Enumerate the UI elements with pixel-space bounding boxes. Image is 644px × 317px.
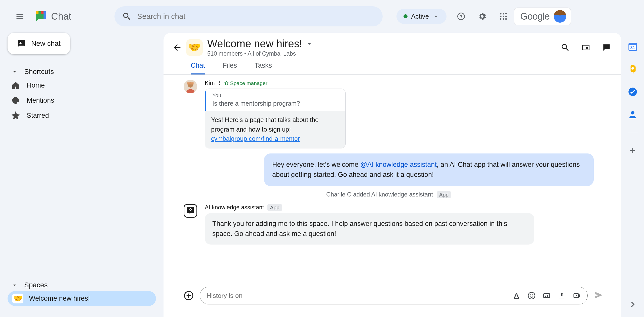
chevron-down-icon (306, 40, 313, 48)
caret-down-icon (12, 69, 18, 75)
mention-ai[interactable]: @AI knowledge assistant (360, 161, 437, 168)
hamburger-icon (15, 12, 24, 21)
tab-chat[interactable]: Chat (191, 62, 205, 74)
svg-point-5 (505, 16, 507, 17)
shortcuts-header[interactable]: Shortcuts (8, 66, 156, 78)
format-icon[interactable] (512, 292, 520, 300)
message-self: Hey everyone, let's welcome @AI knowledg… (264, 153, 594, 186)
keep-icon[interactable] (628, 64, 638, 74)
apps-icon[interactable] (499, 12, 508, 21)
send-icon (594, 290, 604, 300)
composer: GIF (164, 279, 621, 317)
contacts-icon[interactable] (628, 109, 638, 120)
emoji-icon[interactable] (528, 292, 536, 300)
svg-rect-21 (629, 43, 636, 45)
chat-logo-icon (33, 9, 49, 24)
new-chat-label: New chat (31, 39, 61, 48)
spaces-label: Spaces (24, 281, 48, 289)
svg-point-3 (500, 16, 502, 17)
svg-text:31: 31 (630, 45, 635, 50)
chevron-down-icon (432, 13, 439, 20)
side-panel: 31 + (621, 36, 644, 317)
sender-name: Kim R (205, 80, 221, 87)
tasks-icon[interactable] (628, 87, 638, 97)
meet-icon[interactable] (573, 292, 581, 300)
thread-icon[interactable] (602, 43, 611, 52)
send-button[interactable] (594, 290, 604, 301)
room-tabs: Chat Files Tasks (164, 57, 621, 75)
help-icon[interactable] (457, 12, 466, 21)
room-subtitle: 510 members • All of Cymbal Labs (207, 50, 313, 57)
room-header: 🤝 Welcome new hires! 510 members • All o… (164, 33, 621, 57)
room-emoji-icon: 🤝 (186, 39, 203, 56)
nav-home-label: Home (27, 82, 45, 89)
nav-home[interactable]: Home (8, 78, 156, 93)
svg-point-4 (503, 16, 504, 17)
status-selector[interactable]: Active (396, 9, 447, 24)
pip-icon[interactable] (581, 43, 591, 52)
account-switcher[interactable]: Google (514, 8, 571, 25)
new-chat-button[interactable]: New chat (8, 33, 70, 54)
space-item-welcome[interactable]: 🤝 Welcome new hires! (8, 291, 156, 306)
nav-mentions-label: Mentions (27, 97, 54, 104)
user-avatar[interactable] (554, 10, 566, 23)
svg-point-6 (500, 18, 502, 20)
app-logo: Chat (33, 9, 71, 24)
main-menu-button[interactable] (14, 10, 26, 22)
svg-point-9 (558, 11, 562, 16)
room-search-icon[interactable] (560, 43, 570, 52)
search-icon (122, 12, 132, 21)
message-list: Kim R Space manager You Is there a mento… (164, 75, 621, 279)
google-logo-text: Google (520, 11, 550, 22)
top-icon-group (457, 12, 508, 21)
mentor-link[interactable]: cymbalgroup.com/find-a-mentor (211, 135, 300, 142)
svg-point-8 (505, 18, 507, 20)
svg-point-16 (532, 294, 533, 295)
svg-point-25 (631, 111, 634, 114)
composer-box[interactable]: GIF (200, 287, 588, 304)
message-ai: AI knowledge assistant App Thank you for… (184, 204, 594, 245)
quote-author: You (212, 92, 339, 98)
ai-message-body: Thank you for adding me to this space. I… (205, 213, 534, 245)
calendar-icon[interactable]: 31 (628, 42, 638, 52)
at-icon (12, 96, 20, 104)
new-chat-icon (17, 39, 26, 48)
svg-point-0 (500, 13, 502, 15)
avatar-ai[interactable] (184, 204, 197, 218)
svg-point-1 (503, 13, 504, 15)
search-input[interactable] (137, 12, 375, 21)
tab-tasks[interactable]: Tasks (255, 62, 272, 74)
add-on-button[interactable]: + (630, 145, 635, 156)
quote-text: Is there a mentorship program? (212, 100, 339, 107)
space-emoji-icon: 🤝 (12, 294, 23, 303)
message-input[interactable] (207, 292, 510, 300)
svg-point-23 (631, 67, 634, 70)
main-panel: 🤝 Welcome new hires! 510 members • All o… (164, 33, 621, 317)
room-title[interactable]: Welcome new hires! (207, 38, 313, 50)
top-bar: Chat Active Google (0, 0, 644, 33)
spaces-header[interactable]: Spaces (8, 279, 156, 291)
star-icon (12, 111, 20, 120)
svg-text:GIF: GIF (545, 295, 549, 297)
left-sidebar: New chat Shortcuts Home Mentions Starred… (0, 33, 164, 317)
gif-icon[interactable]: GIF (543, 292, 551, 300)
nav-starred[interactable]: Starred (8, 108, 156, 123)
status-dot-icon (404, 14, 408, 18)
avatar-kim[interactable] (184, 80, 197, 93)
back-button[interactable] (172, 43, 182, 53)
add-attachment-button[interactable] (184, 291, 194, 301)
space-manager-badge: Space manager (224, 80, 267, 86)
nav-mentions[interactable]: Mentions (8, 93, 156, 108)
status-label: Active (411, 13, 429, 20)
nav-starred-label: Starred (27, 112, 49, 120)
svg-point-15 (530, 294, 531, 295)
upload-icon[interactable] (558, 292, 566, 300)
message-kim: Kim R Space manager You Is there a mento… (184, 80, 594, 148)
app-badge: App (267, 204, 282, 211)
search-bar[interactable] (114, 6, 383, 26)
sender-name: AI knowledge assistant (205, 204, 264, 211)
tab-files[interactable]: Files (223, 62, 237, 74)
system-message: Charlie C added AI knowledge assistant A… (184, 191, 594, 198)
settings-icon[interactable] (478, 12, 487, 21)
expand-panel-icon[interactable] (628, 299, 638, 309)
